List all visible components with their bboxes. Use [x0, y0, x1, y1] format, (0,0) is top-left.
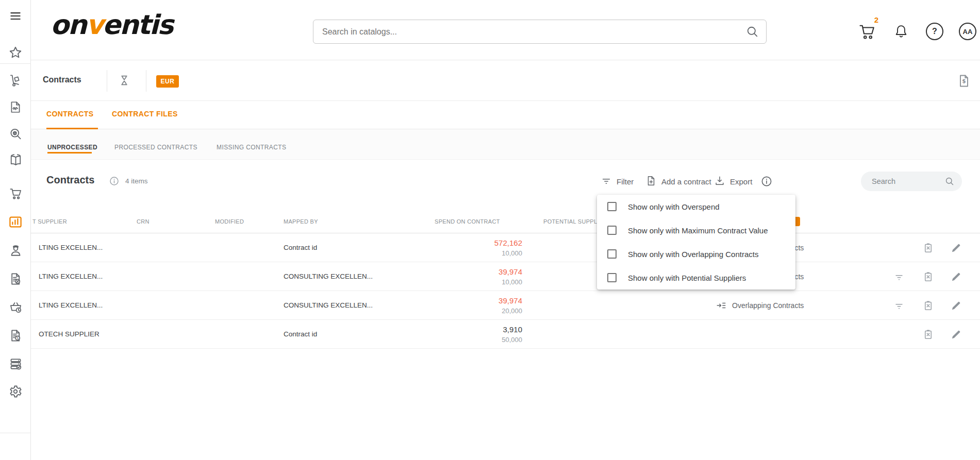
checkbox[interactable] — [607, 249, 617, 259]
delete-icon[interactable] — [921, 298, 935, 313]
cart-button[interactable]: 2 — [857, 20, 877, 43]
download-icon — [714, 175, 725, 188]
document-dollar-icon[interactable]: $ — [957, 74, 971, 90]
app-header: onventis 2 ? AA — [31, 0, 980, 60]
column-header-crn[interactable]: CRN — [137, 210, 150, 233]
filter-option-label: Show only with Overlapping Contracts — [628, 250, 758, 259]
spend-value: 39,974 — [499, 267, 522, 276]
column-header-spend[interactable]: SPEND ON CONTRACT — [435, 210, 500, 233]
settings-gear-icon[interactable] — [7, 383, 24, 400]
checkbox[interactable] — [607, 226, 617, 235]
filter-option-label: Show only with Overspend — [628, 202, 720, 211]
checkbox[interactable] — [607, 273, 617, 282]
mapped-by-cell: Contract id — [284, 233, 317, 262]
contract-paragraph-icon[interactable]: § — [7, 327, 24, 344]
invoice-percent-icon[interactable] — [7, 270, 24, 287]
user-avatar[interactable]: AA — [959, 23, 976, 40]
svg-text:§: § — [16, 335, 19, 340]
filter-button[interactable]: Filter — [601, 174, 634, 189]
analytics-chart-icon[interactable] — [7, 213, 24, 231]
product-search-icon[interactable] — [7, 125, 24, 143]
spend-value: 572,162 — [494, 238, 522, 247]
search-icon[interactable] — [745, 25, 759, 41]
filter-option-overspend[interactable]: Show only with Overspend — [597, 195, 795, 218]
table-row[interactable]: LTING EXCELLEN... CONSULTING EXCELLEN...… — [31, 291, 980, 320]
add-contract-button[interactable]: Add a contract — [645, 174, 711, 189]
filter-option-overlapping-contracts[interactable]: Show only with Overlapping Contracts — [597, 242, 795, 266]
info-icon[interactable] — [109, 176, 120, 189]
hourglass-icon[interactable] — [118, 74, 131, 89]
edit-pencil-icon[interactable] — [949, 327, 963, 342]
logo-text: entis — [103, 9, 173, 40]
spend-value: 3,910 — [503, 325, 522, 334]
delete-icon[interactable] — [921, 269, 935, 284]
overlapping-contracts-label: Overlapping Contracts — [732, 301, 804, 310]
tab-contract-files[interactable]: CONTRACT FILES — [112, 110, 178, 118]
hamburger-menu-icon[interactable] — [7, 7, 24, 25]
column-header-supplier[interactable]: T SUPPLIER — [32, 210, 67, 233]
max-contract-value: 10,000 — [502, 249, 522, 257]
table-row[interactable]: LTING EXCELLEN... Contract id 572,16210,… — [31, 233, 980, 262]
app-root: § onventis 2 ? AA Contracts — [0, 0, 980, 460]
currency-badge[interactable]: EUR — [156, 75, 179, 88]
export-button[interactable]: Export — [714, 174, 752, 189]
search-icon[interactable] — [944, 176, 955, 189]
export-label: Export — [730, 177, 752, 186]
column-header-mapped-by[interactable]: MAPPED BY — [284, 210, 318, 233]
shopping-cart-icon[interactable] — [7, 184, 24, 202]
edit-pencil-icon[interactable] — [949, 241, 963, 255]
section-header: Contracts 4 items Filter Add a contract … — [31, 170, 980, 193]
contracts-content: Contracts 4 items Filter Add a contract … — [31, 160, 980, 460]
sidebar-divider — [0, 433, 31, 433]
column-header-modified[interactable]: MODIFIED — [215, 210, 244, 233]
divider — [146, 70, 146, 92]
edit-pencil-icon[interactable] — [949, 298, 963, 313]
catalog-search-input[interactable] — [313, 20, 767, 44]
delete-icon[interactable] — [921, 327, 935, 342]
sidebar-divider — [0, 63, 31, 64]
add-contract-label: Add a contract — [661, 177, 711, 186]
handtruck-icon[interactable] — [7, 72, 24, 89]
catalog-book-icon[interactable] — [7, 151, 24, 168]
row-filter-icon[interactable] — [892, 298, 906, 313]
basket-history-icon[interactable] — [7, 298, 24, 316]
info-icon[interactable] — [760, 174, 773, 189]
checkbox[interactable] — [607, 202, 617, 211]
avatar-initials: AA — [963, 28, 973, 36]
mapped-by-cell: CONSULTING EXCELLEN... — [284, 262, 373, 291]
active-subtab-underline — [47, 152, 92, 154]
spend-cell: 3,91050,000 — [435, 325, 522, 344]
table-header: T SUPPLIER CRN MODIFIED MAPPED BY SPEND … — [31, 210, 980, 233]
table-row[interactable]: LTING EXCELLEN... CONSULTING EXCELLEN...… — [31, 262, 980, 291]
contract-handshake-icon[interactable] — [7, 98, 24, 116]
edit-pencil-icon[interactable] — [949, 269, 963, 284]
subtab-processed-contracts[interactable]: PROCESSED CONTRACTS — [114, 144, 197, 151]
help-glyph: ? — [932, 27, 937, 36]
row-filter-icon[interactable] — [892, 269, 906, 284]
table-row[interactable]: OTECH SUPPLIER Contract id 3,91050,000 — [31, 320, 980, 349]
delete-icon[interactable] — [921, 241, 935, 255]
notifications-bell-button[interactable] — [891, 20, 911, 43]
filter-icon — [601, 175, 612, 188]
divider — [107, 70, 107, 92]
filter-option-label: Show only with Potential Suppliers — [628, 274, 746, 282]
filter-option-max-contract-value[interactable]: Show only with Maximum Contract Value — [597, 218, 795, 242]
page-title: Contracts — [43, 75, 81, 84]
filter-label: Filter — [617, 177, 634, 186]
tab-contracts[interactable]: CONTRACTS — [46, 110, 93, 118]
server-check-icon[interactable] — [7, 355, 24, 372]
filter-option-potential-suppliers[interactable]: Show only with Potential Suppliers — [597, 266, 795, 289]
supplier-cell: OTECH SUPPLIER — [39, 320, 99, 349]
subtab-unprocessed[interactable]: UNPROCESSED — [47, 144, 97, 151]
cart-count-badge: 2 — [874, 15, 878, 24]
overlapping-contracts-link[interactable]: Overlapping Contracts — [716, 291, 804, 320]
onventis-logo[interactable]: onventis — [51, 9, 173, 40]
favorites-star-icon[interactable] — [7, 44, 24, 61]
svg-text:$: $ — [962, 78, 966, 84]
subtab-missing-contracts[interactable]: MISSING CONTRACTS — [217, 144, 286, 151]
supplier-cell: LTING EXCELLEN... — [39, 262, 103, 291]
help-button[interactable]: ? — [926, 23, 943, 40]
user-profile-icon[interactable] — [7, 242, 24, 259]
logo-check-v: v — [86, 9, 103, 40]
spend-cell: 39,97420,000 — [435, 296, 522, 315]
